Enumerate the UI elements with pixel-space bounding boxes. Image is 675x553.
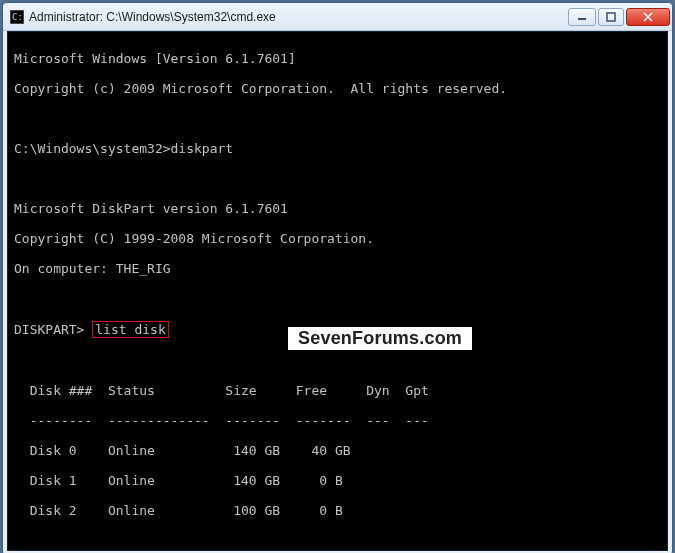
titlebar[interactable]: C: Administrator: C:\Windows\System32\cm…: [3, 3, 672, 31]
cmd-icon: C:: [9, 9, 25, 25]
table-row: Disk 1 Online 140 GB 0 B: [14, 473, 661, 488]
diskpart-version: Microsoft DiskPart version 6.1.7601: [14, 201, 661, 216]
terminal-output[interactable]: Microsoft Windows [Version 6.1.7601] Cop…: [7, 31, 668, 551]
table-row: Disk 0 Online 140 GB 40 GB: [14, 443, 661, 458]
diskpart-computer: On computer: THE_RIG: [14, 261, 661, 276]
close-button[interactable]: [626, 8, 670, 26]
disk-table-divider: -------- ------------- ------- ------- -…: [14, 413, 661, 428]
window-buttons: [568, 8, 670, 26]
diskpart-copyright: Copyright (C) 1999-2008 Microsoft Corpor…: [14, 231, 661, 246]
prompt-diskpart: C:\Windows\system32>diskpart: [14, 141, 661, 156]
svg-text:C:: C:: [12, 12, 23, 22]
window-title: Administrator: C:\Windows\System32\cmd.e…: [29, 10, 568, 24]
maximize-button[interactable]: [598, 8, 624, 26]
table-row: Disk 2 Online 100 GB 0 B: [14, 503, 661, 518]
copyright-line: Copyright (c) 2009 Microsoft Corporation…: [14, 81, 661, 96]
version-line: Microsoft Windows [Version 6.1.7601]: [14, 51, 661, 66]
watermark: SevenForums.com: [288, 327, 472, 350]
disk-table-header: Disk ### Status Size Free Dyn Gpt: [14, 383, 661, 398]
cmd-window: C: Administrator: C:\Windows\System32\cm…: [2, 2, 673, 553]
svg-rect-3: [607, 13, 615, 21]
minimize-button[interactable]: [568, 8, 596, 26]
